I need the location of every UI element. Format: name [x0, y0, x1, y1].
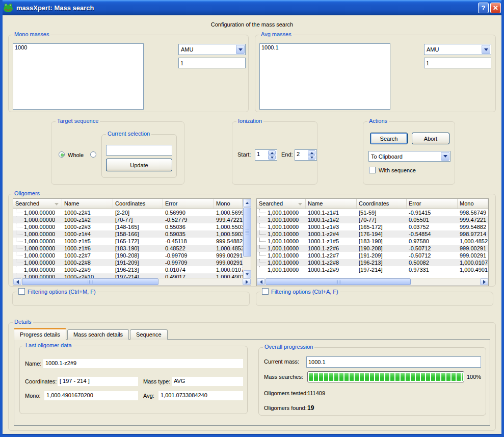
table-row[interactable]: 1,000.00000 1000-z1#6 [183-190] 0.48522 …	[13, 245, 243, 252]
mono-filter-checkbox[interactable]	[18, 288, 25, 295]
titlebar[interactable]: massXpert: Mass search ? ✕	[0, 0, 504, 15]
scroll-down-button[interactable]	[243, 270, 251, 278]
table-row[interactable]: 1,000.10000 1000.1-z1#1 [51-59] -0.91415…	[257, 209, 488, 216]
search-button[interactable]: Search	[370, 133, 408, 144]
vertical-scroll-thumb[interactable]	[243, 208, 251, 256]
column-header-error[interactable]: Error	[407, 199, 458, 209]
avg-unit-combo[interactable]: AMU	[424, 44, 491, 55]
column-header-error[interactable]: Error	[163, 199, 214, 209]
update-button[interactable]: Update	[106, 159, 172, 171]
column-header-name[interactable]: Name	[62, 199, 113, 209]
end-spinbox[interactable]: 2	[295, 149, 317, 161]
table-row[interactable]: 1,000.00000 1000-z2#3 [148-165] 0.55036 …	[13, 223, 243, 230]
ionization-title: Ionization	[236, 118, 263, 124]
scroll-right-button[interactable]	[243, 278, 251, 285]
output-combo[interactable]: To Clipboard	[368, 151, 450, 162]
tab-sequence[interactable]: Sequence	[130, 329, 168, 340]
table-row[interactable]: 1,000.00000 1000-z2#9 [196-213] 0.01074 …	[13, 266, 243, 273]
column-header-name[interactable]: Name	[306, 199, 357, 209]
chevron-down-icon	[443, 155, 447, 158]
mono-tolerance-input[interactable]	[178, 58, 246, 68]
scroll-left-button[interactable]	[257, 278, 265, 285]
table-row[interactable]: 1,000.10000 1000.1-z2#6 [190-208] -0.507…	[257, 245, 488, 252]
table-row[interactable]: 1,000.00000 1000-z1#4 [158-166] 0.59035 …	[13, 230, 243, 238]
with-sequence-checkbox[interactable]	[369, 167, 376, 173]
mass-searches-label: Mass searches:	[264, 374, 303, 380]
start-spin-down-button[interactable]	[268, 155, 276, 160]
avg-filter-checkbox[interactable]	[262, 288, 269, 295]
column-header-mono[interactable]: Mono	[214, 199, 243, 209]
cell-name: 1000-z2#8	[62, 259, 113, 266]
thumb-grip	[336, 280, 340, 284]
config-caption: Configuration of the mass search	[3, 21, 501, 28]
mono-table-vertical-scrollbar[interactable]	[243, 199, 251, 278]
current-selection-input[interactable]	[106, 145, 172, 156]
column-header-searched[interactable]: Searched	[257, 199, 306, 209]
avg-unit-dropdown-button[interactable]	[482, 45, 490, 54]
mono-masses-input[interactable]: 1000	[13, 43, 144, 110]
column-header-coordinates[interactable]: Coordinates	[357, 199, 407, 209]
scroll-right-icon	[483, 280, 486, 284]
start-spin-up-button[interactable]	[268, 150, 276, 155]
table-row[interactable]: 1,000.10000 1000.1-z1#5 [183-190] 0.9758…	[257, 238, 488, 245]
cell-coordinates: [176-194]	[357, 230, 407, 238]
mono-table-horizontal-scrollbar[interactable]	[13, 278, 251, 286]
table-row[interactable]: 1,000.10000 1000.1-z1#3 [165-172] 0.0375…	[257, 223, 488, 230]
tab-progress-details[interactable]: Progress details	[14, 328, 66, 340]
oligomer-avg-value: 1,001.0733084240	[158, 391, 243, 400]
vertical-scroll-track[interactable]	[243, 256, 251, 270]
cell-searched: 1,000.00000	[24, 266, 55, 273]
table-row[interactable]: 1,000.10000 1000.1-z2#8 [196-213] 0.5008…	[257, 259, 488, 266]
cell-searched: 1,000.00000	[24, 245, 55, 252]
cell-coordinates: [197-214]	[357, 266, 407, 273]
table-row[interactable]: 1,000.10000 1000.1-z2#7 [191-209] -0.507…	[257, 252, 488, 259]
output-dropdown-button[interactable]	[441, 152, 449, 161]
end-spin-down-button[interactable]	[308, 155, 315, 160]
mono-unit-combo[interactable]: AMU	[178, 44, 246, 55]
table-row[interactable]: 1,000.10000 1000.1-z2#4 [176-194] -0.548…	[257, 230, 488, 238]
avg-table-horizontal-scrollbar[interactable]	[257, 278, 488, 286]
close-button[interactable]: ✕	[490, 3, 501, 13]
update-button-label: Update	[130, 162, 148, 168]
column-header-searched[interactable]: Searched	[13, 199, 62, 209]
horizontal-scroll-track[interactable]	[411, 278, 480, 286]
tab-mass-search-details[interactable]: Mass search details	[67, 329, 129, 340]
table-row[interactable]: 1,000.00000 1000-z2#7 [190-208] -0.99709…	[13, 252, 243, 259]
horizontal-scroll-thumb[interactable]	[266, 278, 411, 285]
horizontal-scroll-thumb[interactable]	[22, 278, 158, 285]
table-row[interactable]: 1,000.00000 1000-z2#1 [2-20] 0.56990 1,0…	[13, 209, 243, 216]
oligomers-found-label: Oligomers found:	[264, 405, 307, 411]
cell-error: 0.48522	[163, 245, 214, 252]
table-row[interactable]: 1,000.00000 1000-z2#8 [191-209] -0.99709…	[13, 259, 243, 266]
selection-radio[interactable]	[90, 151, 96, 158]
table-row[interactable]: 1,000.00000 1000-z1#5 [165-172] -0.45118…	[13, 238, 243, 245]
cell-coordinates: [191-209]	[357, 252, 407, 259]
start-spinbox[interactable]: 1	[255, 149, 277, 161]
cell-error: -0.91415	[407, 209, 458, 216]
avg-tolerance-input[interactable]	[424, 58, 491, 68]
tree-branch-icon	[259, 245, 266, 249]
tree-branch-icon	[16, 273, 22, 277]
cell-name: 1000-z1#4	[62, 230, 113, 238]
avg-filter-title: Filtering options (Ctrl+A, F)	[260, 288, 340, 295]
whole-radio[interactable]	[59, 151, 65, 158]
horizontal-scroll-track[interactable]	[158, 278, 243, 286]
tree-branch-icon	[16, 259, 22, 263]
scroll-right-button[interactable]	[480, 278, 488, 285]
column-header-coordinates[interactable]: Coordinates	[113, 199, 163, 209]
avg-masses-input[interactable]: 1000.1	[259, 43, 390, 110]
table-row[interactable]: 1,000.10000 1000.1-z1#2 [70-77] 0.05501 …	[257, 216, 488, 223]
scroll-left-button[interactable]	[13, 278, 21, 285]
help-button[interactable]: ?	[478, 3, 489, 13]
abort-button[interactable]: Abort	[412, 133, 449, 144]
mono-unit-dropdown-button[interactable]	[236, 45, 245, 54]
spin-down-icon	[271, 157, 274, 159]
cell-error: 0.05501	[407, 216, 458, 223]
table-row[interactable]: 1,000.00000 1000-z1#2 [70-77] -0.52779 9…	[13, 216, 243, 223]
scroll-up-button[interactable]	[243, 199, 251, 207]
column-header-mono[interactable]: Mono	[458, 199, 488, 209]
table-row[interactable]: 1,000.10000 1000.1-z2#9 [197-214] 0.9733…	[257, 266, 488, 273]
actions-title: Actions	[367, 118, 389, 124]
end-spin-up-button[interactable]	[308, 150, 315, 155]
cell-mono: 998.56749	[458, 209, 488, 216]
